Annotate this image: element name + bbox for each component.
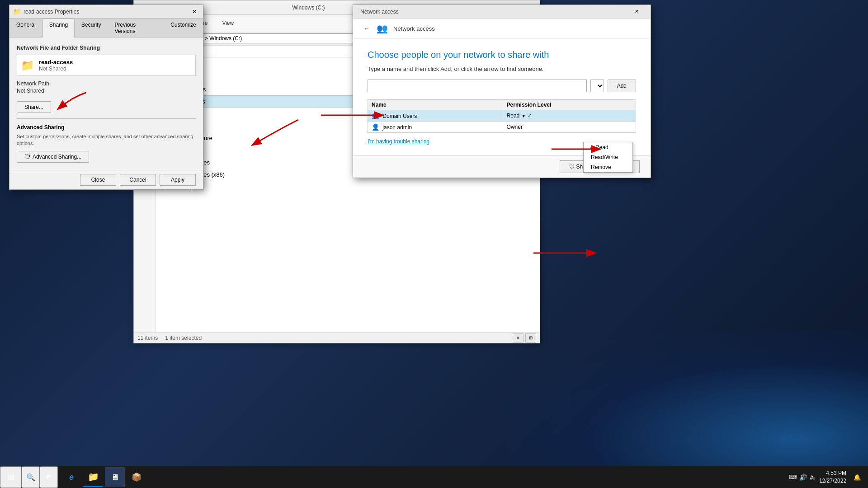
user-icon: 👤 xyxy=(372,123,379,131)
perm-level-text: Read xyxy=(507,113,520,119)
network-dialog-close-btn[interactable]: ✕ xyxy=(626,5,647,19)
folder-info-box: 📁 read-access Not Shared xyxy=(17,55,196,76)
tab-security[interactable]: Security xyxy=(75,19,108,38)
tab-sharing[interactable]: Sharing xyxy=(42,19,75,38)
ribbon-tab-view[interactable]: View xyxy=(218,18,237,28)
system-icons: ⌨ 🔊 🖧 xyxy=(789,474,816,481)
desktop: 📁 Windows (C:) ─ □ ✕ File Home Share Vie… xyxy=(0,0,868,488)
perm-user-name: jason admin xyxy=(382,124,412,131)
search-button[interactable]: 🔍 xyxy=(22,466,40,488)
network-share-input[interactable] xyxy=(368,80,587,92)
taskbar-system-tray: ⌨ 🔊 🖧 4:53 PM 12/27/2022 🔔 xyxy=(789,466,868,488)
popup-readwrite-option[interactable]: Read/Write xyxy=(584,152,632,162)
tab-previous-versions[interactable]: Previous Versions xyxy=(108,19,164,38)
taskbar-app-4[interactable]: 📦 xyxy=(127,467,146,487)
network-dialog-body: Choose people on your network to share w… xyxy=(353,39,651,155)
taskbar-app-ie[interactable]: e xyxy=(61,467,81,487)
network-icon[interactable]: 🖧 xyxy=(810,474,816,481)
dialog-footer: Close Cancel Apply xyxy=(9,170,203,189)
network-dialog-subtitle: Type a name and then click Add, or click… xyxy=(368,66,636,72)
network-dialog-title-text: Network access xyxy=(357,9,626,15)
group-icon: 👥 xyxy=(372,112,379,119)
explorer-status-bar: 11 items 1 item selected ≡ ⊞ xyxy=(134,332,540,343)
volume-icon[interactable]: 🔊 xyxy=(799,474,807,481)
dropdown-arrow-icon[interactable]: ▼ xyxy=(521,113,526,118)
advanced-sharing-section: Advanced Sharing Set custom permissions,… xyxy=(17,124,196,163)
perm-name-cell: 👥 Domain Users xyxy=(368,110,503,122)
permissions-table: Name Permission Level 👥 Domain Users Rea… xyxy=(368,99,636,133)
perm-level-dropdown: Read ▼ ✓ xyxy=(507,113,632,119)
clock-time: 4:53 PM xyxy=(819,469,846,477)
taskbar-clock[interactable]: 4:53 PM 12/27/2022 xyxy=(819,469,846,485)
col-header-name: Name xyxy=(368,100,503,110)
network-sharing-section-header: Network File and Folder Sharing xyxy=(17,45,196,51)
col-header-permission: Permission Level xyxy=(503,100,636,110)
status-item-count: 11 items xyxy=(137,335,158,341)
taskbar-apps: e 📁 🖥 📦 xyxy=(61,466,146,488)
network-nav-title: Network access xyxy=(393,25,435,32)
network-dialog-heading: Choose people on your network to share w… xyxy=(368,50,636,60)
details-view-btn[interactable]: ≡ xyxy=(513,333,524,343)
dialog-folder-icon: 📁 xyxy=(13,8,21,15)
perm-level-cell: Read ▼ ✓ xyxy=(503,110,636,122)
network-path-value: Not Shared xyxy=(17,88,196,94)
view-toggle: ≡ ⊞ xyxy=(513,333,536,343)
perm-name-cell: 👤 jason admin xyxy=(368,122,503,133)
popup-read-option[interactable]: ✓ Read xyxy=(584,142,632,152)
folder-info-text: read-access Not Shared xyxy=(39,59,73,72)
clock-date: 12/27/2022 xyxy=(819,477,846,485)
section-divider xyxy=(17,118,196,119)
taskbar-app-3[interactable]: 🖥 xyxy=(105,467,125,487)
popup-remove-label: Remove xyxy=(591,164,611,170)
tab-general[interactable]: General xyxy=(9,19,42,38)
permission-row-jason-admin[interactable]: 👤 jason admin Owner xyxy=(368,122,636,133)
task-view-button[interactable]: ⧉ xyxy=(40,466,58,488)
folder-info-name: read-access xyxy=(39,59,73,66)
permission-dropdown-input[interactable] xyxy=(590,80,604,92)
close-button[interactable]: Close xyxy=(80,174,116,186)
keyboard-icon: ⌨ xyxy=(789,474,797,480)
popup-readwrite-label: Read/Write xyxy=(591,154,618,160)
list-item[interactable]: 📁 PerfLogs xyxy=(157,181,538,193)
folder-info-icon: 📁 xyxy=(21,59,34,72)
permission-popup-menu: ✓ Read Read/Write Remove xyxy=(583,142,633,173)
advanced-sharing-button[interactable]: 🛡 Advanced Sharing... xyxy=(17,151,89,163)
check-icon: ✓ xyxy=(589,144,594,150)
network-back-btn[interactable]: ← xyxy=(360,22,373,35)
network-input-row: Add xyxy=(368,80,636,92)
folder-info-status: Not Shared xyxy=(39,66,73,72)
taskbar: ⊞ 🔍 ⧉ e 📁 🖥 📦 ⌨ 🔊 🖧 4:53 PM 12/27/2022 🔔 xyxy=(0,466,868,488)
network-users-icon: 👥 xyxy=(377,23,388,34)
start-button[interactable]: ⊞ xyxy=(0,466,22,488)
advanced-sharing-desc: Set custom permissions, create multiple … xyxy=(17,133,196,147)
popup-remove-option[interactable]: Remove xyxy=(584,162,632,172)
advanced-btn-label: Advanced Sharing... xyxy=(33,154,81,160)
status-selected: 1 item selected xyxy=(165,335,202,341)
permission-row-domain-users[interactable]: 👥 Domain Users Read ▼ ✓ xyxy=(368,110,636,122)
dialog-close-btn[interactable]: ✕ xyxy=(189,7,199,17)
cancel-button[interactable]: Cancel xyxy=(120,174,156,186)
dialog-body: Network File and Folder Sharing 📁 read-a… xyxy=(9,38,203,170)
dialog-tabs: General Sharing Security Previous Versio… xyxy=(9,19,203,38)
dialog-titlebar: 📁 read-access Properties ✕ xyxy=(9,5,203,19)
network-dialog-titlebar: Network access ✕ xyxy=(353,5,651,19)
tab-customize[interactable]: Customize xyxy=(164,19,203,38)
advanced-sharing-title: Advanced Sharing xyxy=(17,124,196,131)
checkmark-icon: ✓ xyxy=(528,113,532,119)
taskbar-app-explorer[interactable]: 📁 xyxy=(83,467,103,487)
dialog-title: read-access Properties xyxy=(24,9,187,15)
shield-icon: 🛡 xyxy=(24,153,31,160)
add-person-button[interactable]: Add xyxy=(608,80,636,92)
network-path-label: Network Path: xyxy=(17,80,196,87)
network-path-section: Network Path: Not Shared xyxy=(17,80,196,94)
background-glow xyxy=(506,331,868,466)
share-icon: 🛡 xyxy=(569,164,575,170)
apply-button[interactable]: Apply xyxy=(160,174,196,186)
icons-view-btn[interactable]: ⊞ xyxy=(525,333,536,343)
notification-button[interactable]: 🔔 xyxy=(850,466,864,488)
popup-read-label: Read xyxy=(595,144,609,150)
network-nav-bar: ← 👥 Network access xyxy=(353,19,651,39)
share-button[interactable]: Share... xyxy=(17,101,51,113)
perm-level-cell: Owner xyxy=(503,122,636,133)
perm-level-text: Owner xyxy=(507,124,523,130)
